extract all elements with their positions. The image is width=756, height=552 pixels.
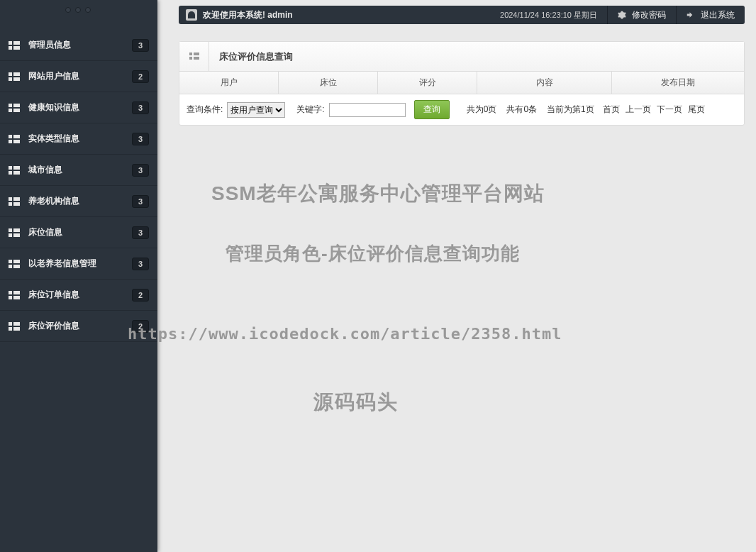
th-user: 用户 <box>179 72 279 94</box>
sidebar-badge: 3 <box>132 39 149 52</box>
th-score: 评分 <box>378 72 477 94</box>
grid-icon <box>9 166 20 175</box>
th-content: 内容 <box>477 72 612 94</box>
sidebar-item-health[interactable]: 健康知识信息 3 <box>0 92 157 123</box>
datetime-text: 2024/11/24 16:23:10 星期日 <box>500 10 597 21</box>
search-row: 查询条件: 按用户查询 关键字: 查询 共为0页 共有0条 当前为第1页 首页 … <box>179 94 744 125</box>
sidebar-top <box>0 0 157 17</box>
sidebar-item-entity-type[interactable]: 实体类型信息 3 <box>0 123 157 155</box>
grid-icon <box>189 53 199 61</box>
grid-icon <box>9 291 20 299</box>
th-bed: 床位 <box>279 72 378 94</box>
grid-icon <box>9 135 20 143</box>
sidebar-item-label: 床位订单信息 <box>28 289 132 301</box>
sidebar: 管理员信息 3 网站用户信息 2 健康知识信息 3 实体类型信息 3 城市信息 … <box>0 0 157 552</box>
first-page-link[interactable]: 首页 <box>603 104 620 116</box>
sidebar-badge: 3 <box>132 258 149 270</box>
prev-page-link[interactable]: 上一页 <box>626 104 651 116</box>
change-password-label: 修改密码 <box>632 9 666 21</box>
sidebar-item-label: 网站用户信息 <box>28 70 132 82</box>
query-panel: 床位评价信息查询 用户 床位 评分 内容 发布日期 查询条件: 按用户查询 关键… <box>179 41 745 126</box>
sidebar-item-label: 城市信息 <box>28 164 132 176</box>
condition-select[interactable]: 按用户查询 <box>227 102 285 118</box>
keyword-input[interactable] <box>329 103 406 117</box>
table-header: 用户 床位 评分 内容 发布日期 <box>179 72 744 94</box>
grid-icon <box>9 72 20 81</box>
sidebar-item-label: 床位评价信息 <box>28 320 132 332</box>
sidebar-item-admin[interactable]: 管理员信息 3 <box>0 30 157 61</box>
sidebar-item-city[interactable]: 城市信息 3 <box>0 155 157 186</box>
sidebar-badge: 3 <box>132 133 149 145</box>
record-total: 共有0条 <box>506 104 537 116</box>
main-content: 床位评价信息查询 用户 床位 评分 内容 发布日期 查询条件: 按用户查询 关键… <box>179 41 745 126</box>
gear-icon <box>618 11 626 19</box>
last-page-link[interactable]: 尾页 <box>688 104 705 116</box>
watermark-subtitle: 管理员角色-床位评价信息查询功能 <box>226 241 520 266</box>
th-date: 发布日期 <box>612 72 744 94</box>
panel-icon-cell <box>179 42 209 72</box>
grid-icon <box>9 322 20 331</box>
sidebar-item-reviews[interactable]: 床位评价信息 2 <box>0 311 157 342</box>
window-dots <box>65 7 91 13</box>
keyword-label: 关键字: <box>296 104 324 116</box>
panel-title: 床位评价信息查询 <box>209 50 293 63</box>
avatar-icon <box>186 9 197 21</box>
sidebar-item-label: 养老机构信息 <box>28 195 132 207</box>
next-page-link[interactable]: 下一页 <box>657 104 682 116</box>
page-total: 共为0页 <box>467 104 497 116</box>
logout-label: 退出系统 <box>701 9 735 21</box>
sidebar-item-label: 床位信息 <box>28 226 132 238</box>
grid-icon <box>9 104 20 112</box>
panel-header: 床位评价信息查询 <box>179 42 744 72</box>
grid-icon <box>9 41 20 50</box>
sidebar-item-label: 健康知识信息 <box>28 101 132 114</box>
grid-icon <box>9 197 20 206</box>
watermark-brand: 源码码头 <box>313 389 399 416</box>
current-page: 当前为第1页 <box>547 104 594 116</box>
sidebar-item-bed[interactable]: 床位信息 3 <box>0 217 157 248</box>
sidebar-item-users[interactable]: 网站用户信息 2 <box>0 61 157 92</box>
logout-button[interactable]: 退出系统 <box>676 6 745 24</box>
topbar: 欢迎使用本系统! admin 2024/11/24 16:23:10 星期日 修… <box>179 6 745 24</box>
grid-icon <box>9 260 20 268</box>
sidebar-badge: 3 <box>132 226 149 239</box>
sidebar-badge: 3 <box>132 195 149 208</box>
sidebar-item-label: 管理员信息 <box>28 39 132 51</box>
sidebar-item-institution[interactable]: 养老机构信息 3 <box>0 186 157 217</box>
change-password-button[interactable]: 修改密码 <box>607 6 676 24</box>
sidebar-badge: 2 <box>132 320 149 333</box>
sidebar-badge: 3 <box>132 101 149 114</box>
sidebar-item-label: 实体类型信息 <box>28 133 132 145</box>
sidebar-item-orders[interactable]: 床位订单信息 2 <box>0 280 157 311</box>
sidebar-item-label: 以老养老信息管理 <box>28 258 132 270</box>
welcome-text: 欢迎使用本系统! admin <box>203 9 293 21</box>
sidebar-items: 管理员信息 3 网站用户信息 2 健康知识信息 3 实体类型信息 3 城市信息 … <box>0 30 157 342</box>
sidebar-item-eldercare[interactable]: 以老养老信息管理 3 <box>0 248 157 280</box>
watermark-url: https://www.icodedock.com/article/2358.h… <box>128 325 562 343</box>
grid-icon <box>9 228 20 237</box>
logout-icon <box>686 11 695 19</box>
sidebar-badge: 3 <box>132 164 149 177</box>
condition-label: 查询条件: <box>187 104 223 116</box>
watermark-title: SSM老年公寓服务中心管理平台网站 <box>211 180 545 207</box>
sidebar-badge: 2 <box>132 70 149 83</box>
search-button[interactable]: 查询 <box>414 100 450 119</box>
sidebar-badge: 2 <box>132 289 149 302</box>
